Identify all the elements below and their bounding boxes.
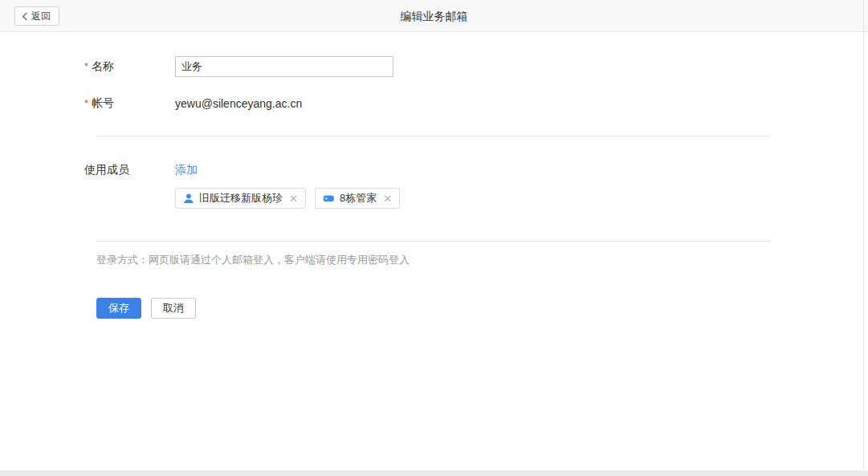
user-icon [183, 193, 194, 204]
page-header: 返回 编辑业务邮箱 [0, 0, 868, 32]
member-tags-row: 旧版迁移新版杨珍 ✕ 8栋管家 ✕ [84, 188, 868, 209]
account-value: yewu@silenceyang.ac.cn [175, 97, 302, 110]
right-panel-border [863, 0, 864, 476]
chevron-left-icon [22, 12, 28, 21]
required-marker: * [84, 60, 88, 72]
account-row: *帐号 yewu@silenceyang.ac.cn [84, 95, 868, 112]
member-tag-group: 8栋管家 ✕ [315, 188, 400, 209]
page-title: 编辑业务邮箱 [0, 0, 868, 32]
save-button[interactable]: 保存 [96, 298, 141, 319]
login-method-hint: 登录方式：网页版请通过个人邮箱登入，客户端请使用专用密码登入 [96, 253, 868, 267]
member-tag-name: 旧版迁移新版杨珍 [199, 191, 283, 205]
name-label: *名称 [84, 59, 175, 74]
form-actions: 保存 取消 [84, 298, 868, 319]
name-input[interactable] [175, 56, 393, 77]
members-label: 使用成员 [84, 163, 175, 177]
group-tag-icon [323, 193, 335, 204]
back-button-label: 返回 [31, 10, 51, 23]
members-row: 使用成员 添加 [84, 162, 868, 178]
member-tag-user: 旧版迁移新版杨珍 ✕ [175, 188, 306, 209]
bottom-scrollbar-track[interactable] [0, 470, 868, 476]
remove-member-icon[interactable]: ✕ [289, 193, 298, 204]
add-member-link[interactable]: 添加 [175, 163, 198, 177]
divider [96, 241, 771, 242]
required-marker: * [84, 97, 88, 109]
back-button[interactable]: 返回 [14, 6, 59, 26]
mailbox-form: *名称 *帐号 yewu@silenceyang.ac.cn 使用成员 添加 [0, 32, 868, 319]
account-label: *帐号 [84, 96, 175, 111]
remove-member-icon[interactable]: ✕ [383, 193, 392, 204]
cancel-button[interactable]: 取消 [151, 298, 196, 319]
edit-business-mailbox-page: 返回 编辑业务邮箱 *名称 *帐号 yewu@silenceyang.ac.cn… [0, 0, 868, 476]
name-row: *名称 [84, 56, 868, 77]
member-tag-name: 8栋管家 [340, 191, 377, 205]
divider [96, 136, 771, 136]
